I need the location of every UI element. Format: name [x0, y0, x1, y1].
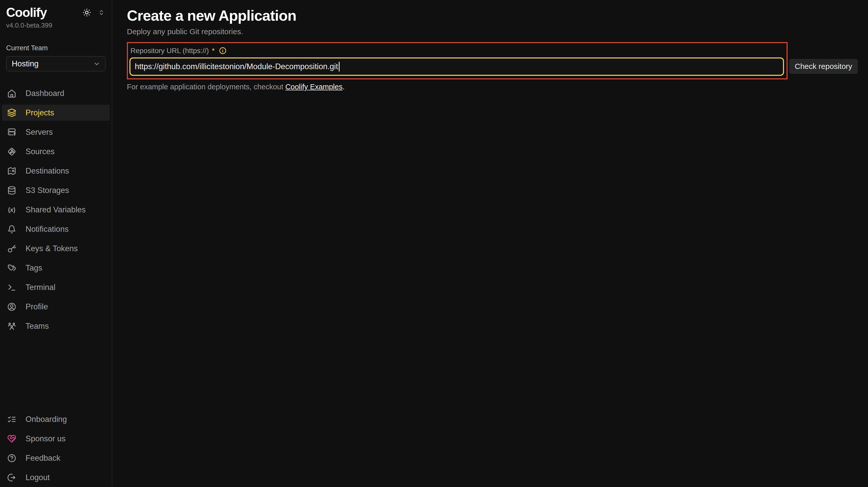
sidebar-item-onboarding[interactable]: Onboarding — [2, 411, 110, 427]
sidebar-item-label: Terminal — [26, 283, 55, 292]
sidebar-item-servers[interactable]: Servers — [2, 124, 110, 140]
sidebar-item-label: Destinations — [26, 166, 69, 175]
sidebar-item-label: Dashboard — [26, 89, 64, 98]
sidebar-item-destinations[interactable]: Destinations — [2, 163, 110, 179]
logout-icon — [7, 473, 16, 482]
users-group-icon — [7, 322, 16, 331]
main-content: Create a new Application Deploy any publ… — [113, 0, 868, 487]
coolify-examples-link[interactable]: Coolify Examples — [285, 83, 343, 91]
sidebar-item-label: Feedback — [26, 454, 60, 463]
sidebar-item-terminal[interactable]: Terminal — [2, 279, 110, 295]
layers-icon — [7, 108, 16, 118]
sidebar-item-label: Notifications — [26, 225, 69, 234]
help-circle-icon — [7, 454, 16, 463]
sidebar-item-projects[interactable]: Projects — [2, 105, 110, 121]
sidebar-item-label: Shared Variables — [26, 205, 86, 215]
app-version: v4.0.0-beta.399 — [0, 19, 112, 29]
sidebar-item-label: Teams — [26, 322, 49, 331]
home-icon — [7, 89, 16, 98]
required-marker: * — [212, 47, 215, 55]
svg-text:(x): (x) — [8, 206, 15, 213]
check-repository-button[interactable]: Check repository — [789, 59, 858, 74]
user-circle-icon — [7, 302, 16, 312]
sidebar-item-label: S3 Storages — [26, 186, 69, 195]
git-diamond-icon — [7, 147, 16, 156]
theme-toggle-sun-icon[interactable] — [82, 8, 91, 17]
sidebar-item-label: Sources — [26, 147, 55, 156]
chevron-down-icon — [93, 60, 101, 68]
sidebar-item-tags[interactable]: Tags — [2, 260, 110, 276]
database-icon — [7, 186, 16, 195]
sidebar-item-label: Servers — [26, 128, 53, 137]
text-caret — [339, 62, 340, 71]
page-subtitle: Deploy any public Git repositories. — [127, 27, 868, 36]
sidebar-item-dashboard[interactable]: Dashboard — [2, 85, 110, 101]
logo-row: Coolify — [0, 0, 112, 19]
sidebar-item-notifications[interactable]: Notifications — [2, 221, 110, 237]
helper-text: For example application deployments, che… — [127, 83, 868, 91]
key-icon — [7, 244, 16, 253]
tags-icon — [7, 263, 16, 272]
bell-icon — [7, 225, 16, 234]
sidebar-item-label: Profile — [26, 302, 48, 312]
server-bolt-icon — [7, 128, 16, 137]
sidebar-item-label: Keys & Tokens — [26, 244, 78, 253]
sidebar-item-logout[interactable]: Logout — [2, 469, 110, 485]
team-select[interactable]: Hosting — [6, 56, 106, 71]
sidebar-item-label: Tags — [26, 263, 42, 272]
sidebar: Coolify v4.0.0-beta.399 Current Team Hos… — [0, 0, 112, 487]
repository-url-input[interactable]: https://github.com/illicitestonion/Modul… — [129, 58, 784, 76]
sidebar-item-feedback[interactable]: Feedback — [2, 450, 110, 466]
sidebar-item-label: Logout — [26, 473, 50, 482]
team-select-value: Hosting — [12, 59, 38, 68]
sidebar-item-label: Onboarding — [26, 415, 67, 424]
annotation-highlight-box: Repository URL (https://) * https://gith… — [127, 42, 787, 79]
map-x-icon — [7, 166, 16, 175]
chevrons-up-down-icon[interactable] — [97, 9, 105, 17]
app-logo: Coolify — [6, 6, 47, 19]
sidebar-item-shared-variables[interactable]: (x)Shared Variables — [2, 202, 110, 218]
sidebar-item-profile[interactable]: Profile — [2, 299, 110, 315]
repository-url-label: Repository URL (https://) — [130, 47, 209, 55]
page-title: Create a new Application — [127, 7, 868, 24]
sidebar-nav: DashboardProjectsServersSourcesDestinati… — [0, 85, 112, 334]
list-checks-icon — [7, 415, 16, 424]
info-icon[interactable] — [219, 47, 227, 55]
variables-icon: (x) — [7, 205, 16, 215]
sidebar-item-label: Projects — [26, 108, 54, 118]
sidebar-nav-bottom: OnboardingSponsor usFeedbackLogout — [0, 411, 112, 485]
sidebar-item-s3-storages[interactable]: S3 Storages — [2, 182, 110, 198]
repository-form: Repository URL (https://) * https://gith… — [127, 42, 868, 91]
sidebar-item-sponsor-us[interactable]: Sponsor us — [2, 431, 110, 447]
sidebar-item-label: Sponsor us — [26, 434, 66, 443]
terminal-icon — [7, 283, 16, 292]
current-team-label: Current Team — [0, 29, 112, 52]
sidebar-item-keys-tokens[interactable]: Keys & Tokens — [2, 240, 110, 257]
sidebar-item-sources[interactable]: Sources — [2, 143, 110, 160]
heart-handshake-icon — [7, 434, 16, 443]
sidebar-item-teams[interactable]: Teams — [2, 318, 110, 334]
